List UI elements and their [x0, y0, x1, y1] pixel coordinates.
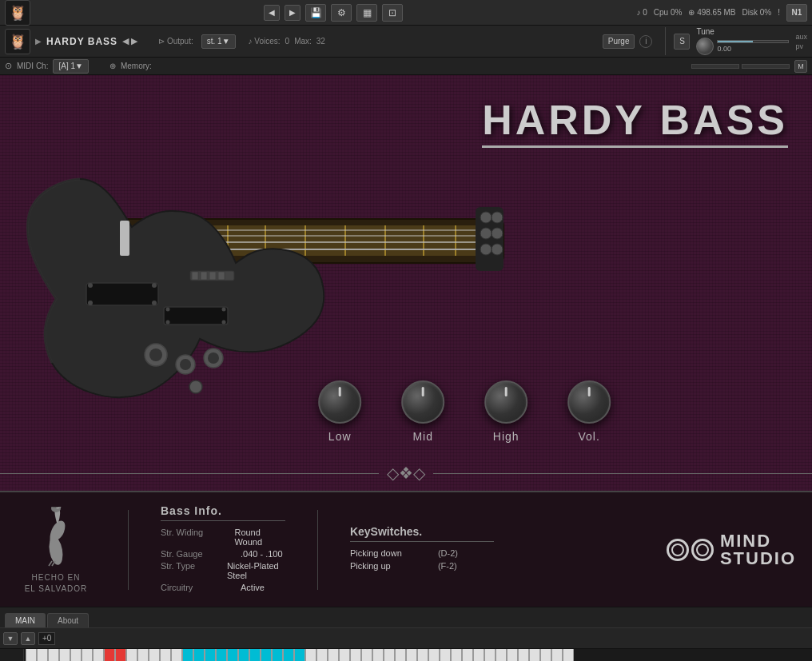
white-key[interactable]: [316, 649, 328, 661]
purge-button[interactable]: Purge: [603, 34, 635, 49]
svg-rect-34: [201, 272, 207, 280]
white-key[interactable]: [182, 649, 193, 661]
str-type-row: Str. Type Nickel-Plated Steel: [161, 561, 285, 580]
white-key[interactable]: [361, 649, 372, 661]
tab-about[interactable]: About: [47, 613, 89, 627]
info-button[interactable]: i: [639, 35, 652, 48]
solo-button[interactable]: S: [674, 34, 690, 50]
white-key[interactable]: [372, 649, 384, 661]
meter-button[interactable]: N1: [786, 4, 807, 22]
white-key[interactable]: [48, 649, 59, 661]
picking-down-key: Picking down: [350, 548, 430, 558]
divider-line-right: [433, 473, 812, 474]
octave-up-button[interactable]: ▲: [21, 632, 35, 645]
white-key[interactable]: [193, 649, 205, 661]
white-key[interactable]: [473, 649, 484, 661]
svg-point-42: [180, 359, 191, 370]
svg-rect-45: [120, 221, 129, 256]
white-key[interactable]: [137, 649, 149, 661]
ms-text-line2: STUDIO: [720, 550, 796, 567]
white-key[interactable]: [395, 649, 406, 661]
white-key[interactable]: [328, 649, 339, 661]
vol-knob[interactable]: [567, 380, 611, 424]
white-key[interactable]: [496, 649, 507, 661]
svg-rect-35: [209, 272, 216, 280]
white-key[interactable]: [350, 649, 361, 661]
white-key[interactable]: [171, 649, 182, 661]
str-widing-key: Str. Widing: [161, 528, 218, 547]
white-key[interactable]: [440, 649, 451, 661]
vol-knob-group: Vol.: [567, 380, 611, 443]
m-button[interactable]: M: [794, 60, 807, 73]
nav-next-button[interactable]: ▶: [285, 5, 301, 21]
white-key[interactable]: [484, 649, 496, 661]
divider-area: ◇❖◇: [0, 464, 812, 483]
white-key[interactable]: [428, 649, 440, 661]
voices-value: 0: [285, 37, 290, 46]
voices-max-value: 32: [316, 37, 325, 46]
white-key[interactable]: [249, 649, 261, 661]
nav-arrow-left[interactable]: ◀: [122, 36, 129, 46]
white-key[interactable]: [216, 649, 227, 661]
bass-guitar-image: [16, 115, 511, 419]
view-button[interactable]: ▦: [356, 4, 377, 22]
white-key[interactable]: [551, 649, 563, 661]
white-key[interactable]: [563, 649, 574, 661]
white-key[interactable]: [339, 649, 350, 661]
low-knob[interactable]: [318, 380, 361, 424]
white-key[interactable]: [126, 649, 137, 661]
output-selector[interactable]: st. 1 ▼: [201, 34, 236, 49]
white-key[interactable]: [227, 649, 238, 661]
piano-controls: ▼ ▲ +0: [0, 628, 812, 649]
svg-point-18: [480, 244, 492, 255]
piano-keys: [24, 649, 812, 661]
svg-rect-27: [164, 307, 228, 325]
white-key[interactable]: [26, 649, 37, 661]
tune-knob[interactable]: [696, 38, 714, 55]
nav-prev-button[interactable]: ◀: [264, 5, 280, 21]
low-label: Low: [328, 430, 352, 443]
white-key[interactable]: [82, 649, 93, 661]
white-key[interactable]: [59, 649, 70, 661]
white-key[interactable]: [417, 649, 428, 661]
disk-display: Disk 0%: [742, 8, 772, 17]
settings-button[interactable]: ⚙: [331, 4, 352, 22]
mid-knob[interactable]: [401, 380, 444, 424]
str-widing-val: Round Wound: [234, 528, 285, 547]
tab-main[interactable]: MAIN: [5, 613, 46, 627]
white-key[interactable]: [462, 649, 473, 661]
white-key[interactable]: [160, 649, 171, 661]
save-button[interactable]: 💾: [305, 4, 326, 22]
svg-rect-22: [86, 283, 158, 305]
white-key[interactable]: [305, 649, 316, 661]
white-key[interactable]: [205, 649, 216, 661]
white-key[interactable]: [384, 649, 395, 661]
white-key[interactable]: [272, 649, 283, 661]
white-key[interactable]: [507, 649, 518, 661]
white-key[interactable]: [104, 649, 115, 661]
level-meters: [691, 64, 790, 69]
nav-arrow-right[interactable]: ▶: [131, 36, 137, 46]
white-key[interactable]: [283, 649, 294, 661]
white-key[interactable]: [238, 649, 249, 661]
bass-info-section: Bass Info. Str. Widing Round Wound Str. …: [161, 504, 285, 595]
midi-ch-selector[interactable]: [A] 1 ▼: [53, 59, 88, 74]
white-key[interactable]: [518, 649, 529, 661]
white-key[interactable]: [294, 649, 305, 661]
white-key[interactable]: [261, 649, 272, 661]
picking-up-row: Picking up (F-2): [350, 561, 494, 571]
white-key[interactable]: [451, 649, 462, 661]
svg-point-40: [149, 348, 162, 361]
white-key[interactable]: [406, 649, 417, 661]
white-key[interactable]: [115, 649, 126, 661]
high-knob[interactable]: [484, 380, 527, 424]
white-key[interactable]: [149, 649, 160, 661]
resize-button[interactable]: ⊡: [382, 4, 403, 22]
white-key[interactable]: [93, 649, 104, 661]
white-key[interactable]: [37, 649, 48, 661]
white-key[interactable]: [70, 649, 82, 661]
octave-down-button[interactable]: ▼: [3, 632, 18, 645]
white-key[interactable]: [540, 649, 551, 661]
str-widing-row: Str. Widing Round Wound: [161, 528, 285, 547]
white-key[interactable]: [529, 649, 540, 661]
